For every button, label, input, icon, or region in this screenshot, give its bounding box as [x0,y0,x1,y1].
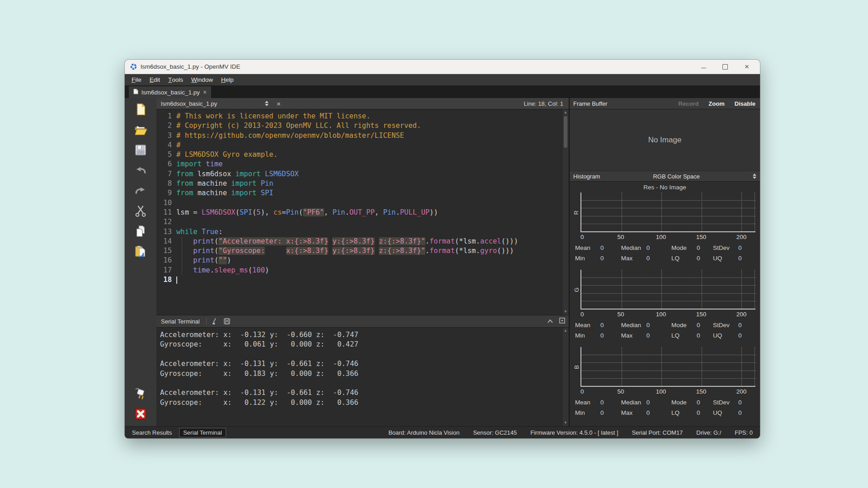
left-toolbar [125,98,156,426]
connect-icon [134,387,147,400]
serial-scrollbar[interactable]: ▲ ▼ [562,328,569,426]
channel-label: B [572,347,580,387]
serial-terminal-output[interactable]: Accelerometer: x: -0.132 y: -0.660 z: -0… [156,328,562,426]
histogram-channels: R050100150200Mean0Median0Mode0StDev0Min0… [570,192,760,426]
color-space-select[interactable]: RGB Color Space [600,173,753,180]
copy-button[interactable] [133,224,148,239]
frame-buffer-title: Frame Buffer [570,100,608,107]
histogram-title: Histogram [570,173,600,180]
x-tick: 200 [736,311,747,318]
serial-line: Accelerometer: x: -0.131 y: -0.661 z: -0… [160,359,562,369]
disconnect-button[interactable] [133,406,148,422]
code-line-18: 18 [156,275,562,285]
x-tick: 0 [580,234,584,240]
menu-tools[interactable]: Tools [164,74,187,85]
histogram-channel-g: G050100150200Mean0Median0Mode0StDev0Min0… [572,270,755,347]
color-space-spinner-icon[interactable] [753,174,760,179]
channel-plot [580,347,755,387]
window-title: lsm6dsox_basic_1.py - OpenMV IDE [141,63,241,70]
title-bar: lsm6dsox_basic_1.py - OpenMV IDE × [125,60,760,74]
serial-line [160,379,562,388]
save-file-icon [134,143,147,157]
scroll-down-icon[interactable]: ▼ [564,310,567,314]
code-line-4: 4# [156,141,562,150]
tab-close-icon[interactable]: × [203,89,207,96]
stat-median: Median0 [621,320,671,330]
serial-scroll-down-icon[interactable]: ▼ [564,421,567,425]
code-editor[interactable]: 1# This work is licensed under the MIT l… [156,109,562,315]
histogram-resolution: Res - No Image [570,182,760,192]
status-tab-serial-terminal[interactable]: Serial Terminal [179,428,226,437]
x-tick: 100 [656,311,666,318]
save-log-icon[interactable] [223,317,231,325]
stat-mean: Mean0 [575,320,621,330]
stat-mean: Mean0 [575,243,621,253]
clear-terminal-icon[interactable] [211,317,219,325]
save-file-button[interactable] [133,142,148,158]
menu-edit[interactable]: Edit [146,74,164,85]
code-line-1: 1# This work is licensed under the MIT l… [156,112,562,121]
detach-terminal-icon[interactable] [559,318,565,325]
code-line-7: 7from lsm6dsox import LSM6DSOX [156,169,562,179]
code-line-17: 17 time.sleep_ms(100) [156,266,562,275]
stat-max: Max0 [621,330,671,340]
stat-lq: LQ0 [671,408,713,418]
code-line-9: 9from machine import SPI [156,188,562,198]
file-icon [133,89,138,96]
stat-lq: LQ0 [671,330,713,340]
open-file-selector[interactable]: lsm6dsox_basic_1.py [156,100,265,107]
x-tick: 150 [696,311,707,318]
x-tick: 0 [580,311,584,318]
serial-line [160,350,562,359]
scrollbar-thumb[interactable] [564,116,567,148]
x-tick: 50 [617,388,624,395]
open-file-icon [134,123,147,136]
serial-line: Accelerometer: x: -0.131 y: -0.661 z: -0… [160,388,562,398]
cut-button[interactable] [133,203,148,219]
editor-close-icon[interactable]: × [277,100,281,108]
channel-label: G [572,270,580,310]
menu-bar: FileEditToolsWindowHelp [125,74,760,85]
connect-button[interactable] [133,386,148,401]
x-tick: 100 [656,234,666,240]
disable-button[interactable]: Disable [735,100,755,107]
redo-button[interactable] [133,183,148,198]
new-file-button[interactable] [133,102,148,117]
code-line-6: 6import time [156,160,562,169]
paste-button[interactable] [133,244,148,259]
code-line-5: 5# LSM6DSOX Gyro example. [156,150,562,160]
menu-window[interactable]: Window [187,74,217,85]
undo-button[interactable] [133,163,148,178]
tab-lsm6dsox-basic-1[interactable]: lsm6dsox_basic_1.py × [128,86,212,98]
scroll-up-icon[interactable]: ▲ [564,110,567,115]
editor-scrollbar[interactable]: ▲ ▼ [562,109,569,315]
file-selector-spinner-icon[interactable] [265,101,269,106]
open-file-button[interactable] [133,122,148,137]
serial-terminal-title: Serial Terminal [156,318,206,325]
openmv-ide-window: lsm6dsox_basic_1.py - OpenMV IDE × FileE… [125,60,760,438]
histogram-channel-r: R050100150200Mean0Median0Mode0StDev0Min0… [572,192,755,270]
stat-median: Median0 [621,397,671,407]
menu-file[interactable]: File [127,74,146,85]
stat-mean: Mean0 [575,397,621,407]
zoom-button[interactable]: Zoom [708,100,724,107]
status-tab-search-results[interactable]: Search Results [128,428,175,437]
record-button[interactable]: Record [679,100,699,107]
collapse-terminal-icon[interactable] [547,318,553,324]
x-tick: 50 [617,311,624,318]
status-field: Drive: G:/ [696,429,721,436]
stat-lq: LQ0 [671,253,713,263]
status-field: Firmware Version: 4.5.0 - [ latest ] [530,429,618,436]
editor-header: lsm6dsox_basic_1.py × Line: 18, Col: 1 [156,98,569,109]
stat-max: Max0 [621,253,671,263]
code-line-14: 14 print("Accelerometer: x:{:>8.3f} y:{:… [156,237,562,246]
status-bar: Search ResultsSerial Terminal Board: Ard… [125,426,760,438]
histogram-channel-b: B050100150200Mean0Median0Mode0StDev0Min0… [572,347,755,424]
maximize-button[interactable] [722,64,728,70]
x-tick: 150 [696,234,707,240]
close-button[interactable]: × [744,64,750,70]
menu-help[interactable]: Help [217,74,238,85]
minimize-button[interactable] [700,64,707,70]
serial-line: Gyroscope: x: 0.061 y: 0.000 z: 0.427 [160,340,562,349]
serial-scroll-up-icon[interactable]: ▲ [564,328,567,333]
